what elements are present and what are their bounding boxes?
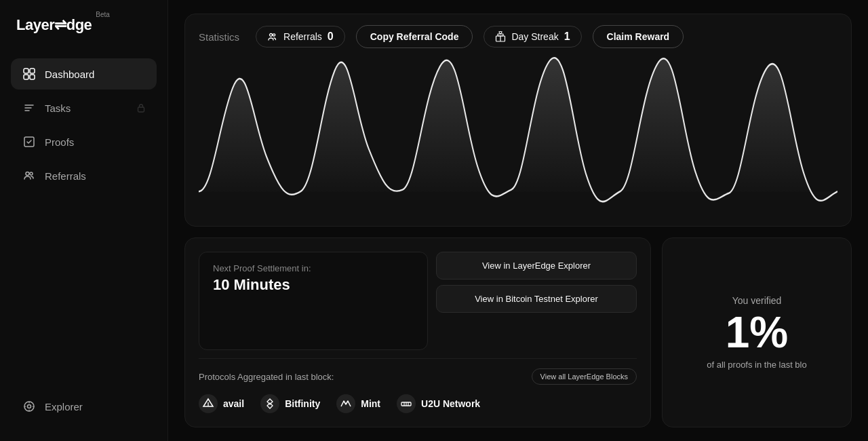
- u2u-label: U2U Network: [421, 398, 480, 409]
- settlement-card: Next Proof Settlement in: 10 Minutes Vie…: [184, 237, 651, 427]
- sidebar-item-label-referrals: Referrals: [45, 170, 86, 182]
- logo-area: Layer⇌dge Beta: [11, 16, 157, 34]
- sidebar-item-label-proofs: Proofs: [45, 136, 74, 148]
- protocol-bitfinity: Bitfinity: [260, 394, 320, 413]
- referrals-pill: Referrals 0: [256, 26, 345, 47]
- protocol-mint: Mint: [336, 394, 380, 413]
- view-all-blocks-button[interactable]: View all LayerEdge Blocks: [532, 368, 637, 385]
- svg-rect-2: [24, 75, 28, 79]
- beta-badge: Beta: [96, 11, 110, 18]
- tasks-icon: [22, 100, 37, 115]
- stats-header: Statistics Referrals 0 Copy Referral Cod…: [199, 25, 837, 48]
- sidebar-item-explorer[interactable]: Explorer: [11, 391, 157, 422]
- svg-rect-16: [498, 34, 503, 36]
- main-content: Statistics Referrals 0 Copy Referral Cod…: [168, 0, 868, 441]
- svg-rect-1: [30, 69, 35, 73]
- bitfinity-label: Bitfinity: [285, 398, 320, 409]
- sidebar-item-label-explorer: Explorer: [45, 401, 83, 413]
- day-streak-label: Day Streak: [511, 31, 558, 42]
- avail-icon: [199, 394, 218, 413]
- referrals-label: Referrals: [283, 31, 322, 42]
- day-streak-pill: Day Streak 1: [484, 26, 581, 47]
- sidebar: Layer⇌dge Beta Dashboard Tasks: [0, 0, 168, 441]
- settlement-label: Next Proof Settlement in:: [213, 263, 414, 273]
- svg-point-9: [26, 172, 29, 176]
- svg-rect-3: [30, 75, 35, 79]
- bitcoin-explorer-button[interactable]: View in Bitcoin Testnet Explorer: [436, 285, 637, 313]
- svg-point-12: [28, 405, 31, 408]
- lock-icon: [136, 103, 146, 113]
- sidebar-item-tasks[interactable]: Tasks: [11, 92, 157, 123]
- bottom-row: Next Proof Settlement in: 10 Minutes Vie…: [184, 237, 852, 427]
- referrals-count: 0: [328, 31, 334, 43]
- statistics-card: Statistics Referrals 0 Copy Referral Cod…: [184, 14, 852, 227]
- proofs-icon: [22, 134, 37, 149]
- mint-label: Mint: [361, 398, 380, 409]
- protocols-section: Protocols Aggregated in last block: View…: [199, 358, 637, 413]
- referrals-icon: [22, 168, 37, 183]
- settlement-time-box: Next Proof Settlement in: 10 Minutes: [199, 252, 428, 350]
- copy-referral-button[interactable]: Copy Referral Code: [356, 25, 473, 48]
- logo-text: Layer⇌dge: [16, 16, 92, 34]
- verified-sublabel: of all proofs in the last blo: [707, 360, 806, 370]
- layeredge-explorer-button[interactable]: View in LayerEdge Explorer: [436, 252, 637, 280]
- sidebar-item-proofs[interactable]: Proofs: [11, 126, 157, 157]
- stats-title: Statistics: [199, 31, 239, 43]
- verified-label: You verified: [732, 295, 782, 306]
- dashboard-icon: [22, 66, 37, 81]
- sidebar-item-dashboard[interactable]: Dashboard: [11, 58, 157, 90]
- day-streak-count: 1: [564, 31, 570, 43]
- explorer-buttons: View in LayerEdge Explorer View in Bitco…: [436, 252, 637, 350]
- protocol-avail: avail: [199, 394, 244, 413]
- verified-panel: You verified 1% of all proofs in the las…: [662, 237, 852, 427]
- chart-area: [199, 54, 837, 226]
- svg-rect-0: [24, 69, 28, 73]
- gift-icon: [495, 31, 506, 42]
- sidebar-item-referrals[interactable]: Referrals: [11, 160, 157, 191]
- svg-point-13: [270, 34, 273, 37]
- protocols-logos: avail Bitfinity: [199, 394, 637, 413]
- protocols-header: Protocols Aggregated in last block: View…: [199, 368, 637, 385]
- verified-percentage: 1%: [726, 309, 789, 356]
- protocols-label: Protocols Aggregated in last block:: [199, 372, 334, 382]
- referrals-icon-pill: [267, 31, 278, 42]
- protocol-u2u: U2U Network: [397, 394, 480, 413]
- mint-icon: [336, 394, 355, 413]
- svg-point-10: [30, 172, 33, 175]
- bitfinity-icon: [260, 394, 279, 413]
- svg-point-14: [273, 34, 275, 36]
- sidebar-item-label-dashboard: Dashboard: [45, 69, 94, 80]
- avail-label: avail: [223, 398, 244, 409]
- explorer-icon: [22, 399, 37, 414]
- claim-reward-button[interactable]: Claim Reward: [593, 25, 684, 48]
- svg-rect-7: [138, 107, 144, 112]
- statistics-chart: [199, 54, 837, 226]
- sidebar-item-label-tasks: Tasks: [45, 102, 71, 114]
- settlement-value: 10 Minutes: [213, 276, 414, 294]
- u2u-icon: [397, 394, 416, 413]
